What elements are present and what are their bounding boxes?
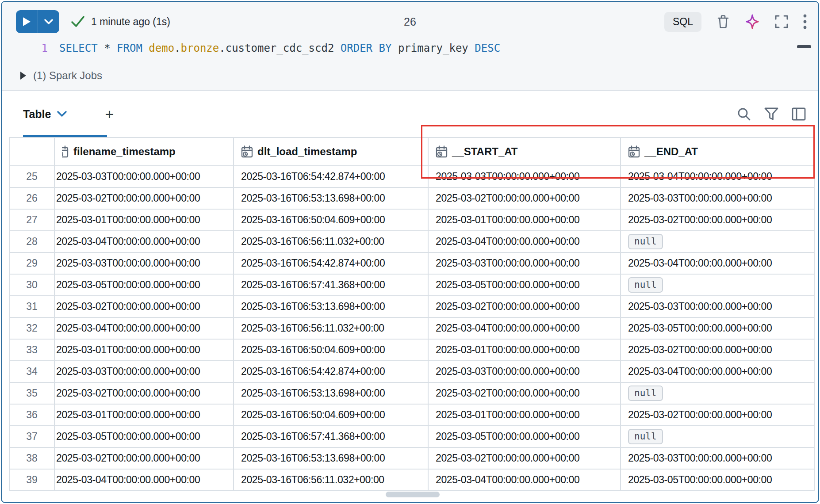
table-row[interactable]: 392025-03-04T00:00:00.000+00:002025-03-1… bbox=[10, 470, 815, 491]
end-at-cell[interactable]: null bbox=[621, 426, 815, 448]
dlt-load-timestamp-cell[interactable]: 2025-03-16T06:54:42.874+00:00 bbox=[234, 253, 429, 275]
filename-timestamp-cell[interactable]: 2025-03-03T00:00:00.000+00:00 bbox=[55, 166, 234, 188]
row-number-cell[interactable]: 30 bbox=[10, 275, 55, 296]
dlt-load-timestamp-cell[interactable]: 2025-03-16T06:50:04.609+00:00 bbox=[234, 210, 429, 231]
column-header-dlt_load_timestamp[interactable]: dlt_load_timestamp bbox=[234, 138, 429, 166]
assistant-sparkle-icon[interactable] bbox=[745, 14, 760, 30]
row-number-cell[interactable]: 35 bbox=[10, 383, 55, 405]
start-at-cell[interactable]: 2025-03-02T00:00:00.000+00:00 bbox=[429, 188, 621, 210]
end-at-cell[interactable]: 2025-03-02T00:00:00.000+00:00 bbox=[621, 405, 815, 426]
dlt-load-timestamp-cell[interactable]: 2025-03-16T06:57:41.368+00:00 bbox=[234, 275, 429, 296]
filename-timestamp-cell[interactable]: 2025-03-04T00:00:00.000+00:00 bbox=[55, 231, 234, 253]
dlt-load-timestamp-cell[interactable]: 2025-03-16T06:53:13.698+00:00 bbox=[234, 188, 429, 210]
table-row[interactable]: 342025-03-03T00:00:00.000+00:002025-03-1… bbox=[10, 361, 815, 383]
start-at-cell[interactable]: 2025-03-04T00:00:00.000+00:00 bbox=[429, 318, 621, 340]
delete-cell-icon[interactable] bbox=[717, 15, 730, 29]
row-number-cell[interactable]: 25 bbox=[10, 166, 55, 188]
end-at-cell[interactable]: null bbox=[621, 383, 815, 405]
filename-timestamp-cell[interactable]: 2025-03-01T00:00:00.000+00:00 bbox=[55, 405, 234, 426]
table-row[interactable]: 292025-03-03T00:00:00.000+00:002025-03-1… bbox=[10, 253, 815, 275]
add-visualization-button[interactable]: + bbox=[105, 107, 114, 122]
row-number-cell[interactable]: 38 bbox=[10, 448, 55, 470]
filename-timestamp-cell[interactable]: 2025-03-02T00:00:00.000+00:00 bbox=[55, 383, 234, 405]
dlt-load-timestamp-cell[interactable]: 2025-03-16T06:54:42.874+00:00 bbox=[234, 166, 429, 188]
start-at-cell[interactable]: 2025-03-03T00:00:00.000+00:00 bbox=[429, 361, 621, 383]
filename-timestamp-cell[interactable]: 2025-03-03T00:00:00.000+00:00 bbox=[55, 361, 234, 383]
column-header-start_at[interactable]: __START_AT bbox=[429, 138, 621, 166]
table-row[interactable]: 312025-03-02T00:00:00.000+00:002025-03-1… bbox=[10, 296, 815, 318]
dlt-load-timestamp-cell[interactable]: 2025-03-16T06:56:11.032+00:00 bbox=[234, 470, 429, 491]
end-at-cell[interactable]: 2025-03-05T00:00:00.000+00:00 bbox=[621, 318, 815, 340]
start-at-cell[interactable]: 2025-03-01T00:00:00.000+00:00 bbox=[429, 405, 621, 426]
row-number-header[interactable] bbox=[10, 138, 55, 166]
dlt-load-timestamp-cell[interactable]: 2025-03-16T06:56:11.032+00:00 bbox=[234, 318, 429, 340]
end-at-cell[interactable]: 2025-03-04T00:00:00.000+00:00 bbox=[621, 166, 815, 188]
end-at-cell[interactable]: null bbox=[621, 231, 815, 253]
filename-timestamp-cell[interactable]: 2025-03-01T00:00:00.000+00:00 bbox=[55, 210, 234, 231]
filename-timestamp-cell[interactable]: 2025-03-04T00:00:00.000+00:00 bbox=[55, 318, 234, 340]
row-number-cell[interactable]: 27 bbox=[10, 210, 55, 231]
dlt-load-timestamp-cell[interactable]: 2025-03-16T06:53:13.698+00:00 bbox=[234, 296, 429, 318]
filename-timestamp-cell[interactable]: 2025-03-03T00:00:00.000+00:00 bbox=[55, 253, 234, 275]
disclosure-triangle-icon[interactable] bbox=[20, 72, 26, 80]
row-number-cell[interactable]: 37 bbox=[10, 426, 55, 448]
table-row[interactable]: 362025-03-01T00:00:00.000+00:002025-03-1… bbox=[10, 405, 815, 426]
kebab-menu-icon[interactable] bbox=[803, 14, 807, 29]
table-row[interactable]: 352025-03-02T00:00:00.000+00:002025-03-1… bbox=[10, 383, 815, 405]
column-header-end_at[interactable]: __END_AT bbox=[621, 138, 815, 166]
row-number-cell[interactable]: 28 bbox=[10, 231, 55, 253]
table-row[interactable]: 252025-03-03T00:00:00.000+00:002025-03-1… bbox=[10, 166, 815, 188]
start-at-cell[interactable]: 2025-03-02T00:00:00.000+00:00 bbox=[429, 296, 621, 318]
table-row[interactable]: 302025-03-05T00:00:00.000+00:002025-03-1… bbox=[10, 275, 815, 296]
end-at-cell[interactable]: null bbox=[621, 275, 815, 296]
row-number-cell[interactable]: 29 bbox=[10, 253, 55, 275]
start-at-cell[interactable]: 2025-03-03T00:00:00.000+00:00 bbox=[429, 253, 621, 275]
filename-timestamp-cell[interactable]: 2025-03-02T00:00:00.000+00:00 bbox=[55, 296, 234, 318]
table-row[interactable]: 262025-03-02T00:00:00.000+00:002025-03-1… bbox=[10, 188, 815, 210]
spark-jobs-toggle[interactable]: (1) Spark Jobs bbox=[2, 61, 818, 91]
dlt-load-timestamp-cell[interactable]: 2025-03-16T06:56:11.032+00:00 bbox=[234, 231, 429, 253]
end-at-cell[interactable]: 2025-03-05T00:00:00.000+00:00 bbox=[621, 470, 815, 491]
dlt-load-timestamp-cell[interactable]: 2025-03-16T06:53:13.698+00:00 bbox=[234, 448, 429, 470]
table-row[interactable]: 322025-03-04T00:00:00.000+00:002025-03-1… bbox=[10, 318, 815, 340]
start-at-cell[interactable]: 2025-03-04T00:00:00.000+00:00 bbox=[429, 231, 621, 253]
start-at-cell[interactable]: 2025-03-05T00:00:00.000+00:00 bbox=[429, 426, 621, 448]
start-at-cell[interactable]: 2025-03-01T00:00:00.000+00:00 bbox=[429, 340, 621, 361]
table-row[interactable]: 272025-03-01T00:00:00.000+00:002025-03-1… bbox=[10, 210, 815, 231]
start-at-cell[interactable]: 2025-03-02T00:00:00.000+00:00 bbox=[429, 448, 621, 470]
dlt-load-timestamp-cell[interactable]: 2025-03-16T06:53:13.698+00:00 bbox=[234, 383, 429, 405]
horizontal-scrollbar-thumb[interactable] bbox=[386, 492, 440, 497]
table-row[interactable]: 382025-03-02T00:00:00.000+00:002025-03-1… bbox=[10, 448, 815, 470]
end-at-cell[interactable]: 2025-03-02T00:00:00.000+00:00 bbox=[621, 210, 815, 231]
end-at-cell[interactable]: 2025-03-03T00:00:00.000+00:00 bbox=[621, 188, 815, 210]
row-number-cell[interactable]: 36 bbox=[10, 405, 55, 426]
start-at-cell[interactable]: 2025-03-01T00:00:00.000+00:00 bbox=[429, 210, 621, 231]
end-at-cell[interactable]: 2025-03-04T00:00:00.000+00:00 bbox=[621, 361, 815, 383]
dlt-load-timestamp-cell[interactable]: 2025-03-16T06:54:42.874+00:00 bbox=[234, 361, 429, 383]
filename-timestamp-cell[interactable]: 2025-03-05T00:00:00.000+00:00 bbox=[55, 426, 234, 448]
row-number-cell[interactable]: 31 bbox=[10, 296, 55, 318]
table-row[interactable]: 282025-03-04T00:00:00.000+00:002025-03-1… bbox=[10, 231, 815, 253]
start-at-cell[interactable]: 2025-03-02T00:00:00.000+00:00 bbox=[429, 383, 621, 405]
table-row[interactable]: 372025-03-05T00:00:00.000+00:002025-03-1… bbox=[10, 426, 815, 448]
row-number-cell[interactable]: 26 bbox=[10, 188, 55, 210]
play-icon[interactable] bbox=[16, 10, 38, 33]
filename-timestamp-cell[interactable]: 2025-03-05T00:00:00.000+00:00 bbox=[55, 275, 234, 296]
columns-panel-icon[interactable] bbox=[792, 107, 806, 121]
dlt-load-timestamp-cell[interactable]: 2025-03-16T06:50:04.609+00:00 bbox=[234, 340, 429, 361]
code-editor-line[interactable]: 1 SELECT * FROM demo.bronze.customer_cdc… bbox=[2, 35, 818, 61]
code-scrollbar-thumb[interactable] bbox=[797, 45, 811, 48]
expand-fullscreen-icon[interactable] bbox=[775, 15, 788, 28]
dlt-load-timestamp-cell[interactable]: 2025-03-16T06:57:41.368+00:00 bbox=[234, 426, 429, 448]
end-at-cell[interactable]: 2025-03-03T00:00:00.000+00:00 bbox=[621, 296, 815, 318]
row-number-cell[interactable]: 33 bbox=[10, 340, 55, 361]
run-button[interactable] bbox=[16, 10, 59, 33]
column-header-filename_timestamp[interactable]: filename_timestamp bbox=[55, 138, 234, 166]
end-at-cell[interactable]: 2025-03-04T00:00:00.000+00:00 bbox=[621, 253, 815, 275]
dlt-load-timestamp-cell[interactable]: 2025-03-16T06:50:04.609+00:00 bbox=[234, 405, 429, 426]
filename-timestamp-cell[interactable]: 2025-03-01T00:00:00.000+00:00 bbox=[55, 340, 234, 361]
filename-timestamp-cell[interactable]: 2025-03-04T00:00:00.000+00:00 bbox=[55, 470, 234, 491]
row-number-cell[interactable]: 32 bbox=[10, 318, 55, 340]
filename-timestamp-cell[interactable]: 2025-03-02T00:00:00.000+00:00 bbox=[55, 188, 234, 210]
run-options-chevron-icon[interactable] bbox=[38, 10, 60, 33]
